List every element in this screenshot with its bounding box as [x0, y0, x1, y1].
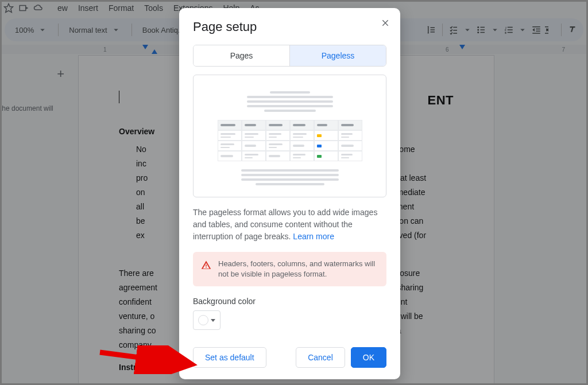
tab-pageless[interactable]: Pageless — [290, 45, 386, 66]
chevron-down-icon — [211, 319, 215, 322]
dialog-title: Page setup — [193, 20, 386, 34]
warning-icon — [201, 260, 211, 270]
close-icon — [381, 18, 390, 28]
pageless-preview — [193, 75, 386, 197]
page-setup-dialog: Page setup Pages Pageless The pageless f… — [179, 8, 400, 379]
format-tabs: Pages Pageless — [193, 45, 386, 67]
pageless-description: The pageless format allows you to add wi… — [193, 207, 386, 243]
tab-pages[interactable]: Pages — [194, 45, 290, 66]
cancel-button[interactable]: Cancel — [296, 347, 345, 368]
ok-button[interactable]: OK — [351, 347, 386, 368]
dialog-actions: Set as default Cancel OK — [193, 347, 386, 368]
background-color-label: Background color — [193, 297, 386, 306]
set-as-default-button[interactable]: Set as default — [193, 347, 266, 368]
learn-more-link[interactable]: Learn more — [293, 232, 334, 241]
pageless-warning: Headers, footers, columns, and watermark… — [193, 252, 386, 286]
color-swatch — [198, 315, 208, 325]
close-button[interactable] — [381, 18, 390, 30]
background-color-picker[interactable] — [193, 310, 220, 330]
